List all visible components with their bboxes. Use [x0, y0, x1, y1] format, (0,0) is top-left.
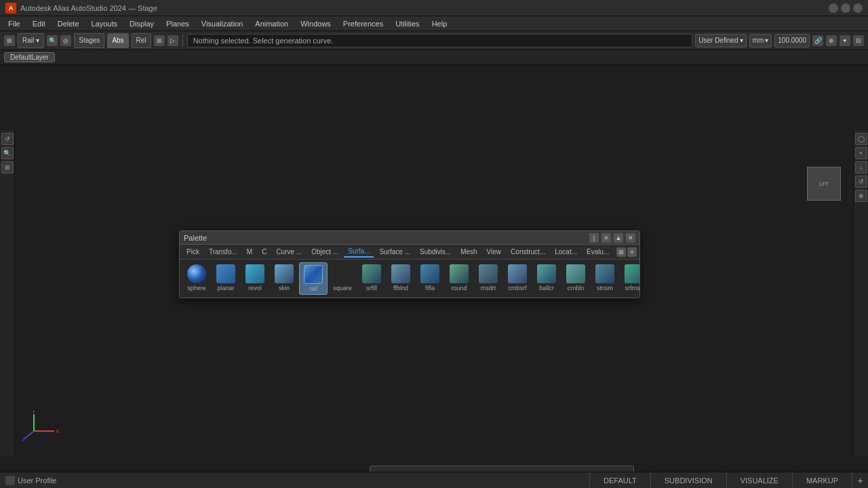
- pm-grid-btn[interactable]: ⊞: [616, 247, 626, 257]
- menu-help[interactable]: Help: [427, 18, 453, 29]
- grid-icon[interactable]: ⊞: [154, 35, 165, 46]
- axes-widget: X Y Z: [20, 411, 61, 445]
- crnbln-icon: [566, 264, 585, 283]
- palette-icon-sphere[interactable]: sphere: [182, 262, 211, 295]
- snap-icon[interactable]: ⊕: [826, 35, 837, 46]
- pm-object[interactable]: Object ...: [307, 247, 342, 257]
- palette-icon-srfill[interactable]: srfill: [357, 262, 386, 295]
- minimize-button[interactable]: —: [829, 3, 838, 13]
- link-icon[interactable]: 🔗: [812, 35, 823, 46]
- pm-transfo[interactable]: Transfo...: [205, 247, 241, 257]
- close-button[interactable]: ✕: [853, 3, 863, 13]
- palette-btn-1[interactable]: |: [589, 233, 599, 243]
- palette-icon-cmbsrf[interactable]: cmbsrf: [503, 262, 532, 295]
- menu-animation[interactable]: Animation: [250, 18, 294, 29]
- rt-btn-rotate[interactable]: ↺: [855, 176, 867, 188]
- rt-btn-extra[interactable]: ⊕: [855, 190, 867, 202]
- palette-icon-ballcr[interactable]: ballcr: [532, 262, 561, 295]
- palette-expand-btn[interactable]: ▲: [614, 233, 623, 243]
- palette-icon-rail[interactable]: rail: [299, 262, 328, 295]
- palette-icon-revol[interactable]: revol: [241, 262, 269, 295]
- ffblnd-label: ffblnd: [393, 285, 408, 291]
- lt-btn-2[interactable]: 🔍: [1, 147, 14, 159]
- palette-icon-crnbln[interactable]: crnbln: [561, 262, 590, 295]
- menu-edit[interactable]: Edit: [27, 18, 51, 29]
- pm-list-btn[interactable]: ≡: [627, 247, 637, 257]
- lt-btn-3[interactable]: ⊞: [1, 161, 14, 174]
- rail-button[interactable]: Rail ▾: [18, 33, 44, 48]
- pm-locat[interactable]: Locat...: [551, 247, 581, 257]
- value-input[interactable]: 100.0000: [774, 34, 810, 47]
- grid2-icon[interactable]: ⊟: [853, 35, 864, 46]
- layer-bar: DefaultLayer: [0, 50, 868, 65]
- menu-planes[interactable]: Planes: [161, 18, 195, 29]
- tab-visualize[interactable]: VISUALIZE: [726, 472, 792, 489]
- unit-dropdown[interactable]: mm▾: [749, 34, 772, 47]
- toolbar-search-icon[interactable]: 🔍: [47, 35, 58, 46]
- cmbsrf-label: cmbsrf: [509, 285, 527, 291]
- svg-text:Z: Z: [22, 436, 25, 443]
- fifla-label: fifla: [425, 285, 435, 291]
- pm-evalu[interactable]: Evalu...: [583, 247, 613, 257]
- menu-preferences[interactable]: Preferences: [338, 18, 389, 29]
- rt-btn-eye[interactable]: ◯: [855, 133, 867, 145]
- srfill-icon: [362, 264, 381, 283]
- pm-surfa[interactable]: Surfa...: [344, 246, 374, 258]
- tab-markup[interactable]: MARKUP: [792, 472, 852, 489]
- pm-view[interactable]: View: [483, 247, 506, 257]
- maximize-button[interactable]: □: [841, 3, 850, 13]
- palette-close-btn[interactable]: ✕: [626, 233, 635, 243]
- cube-widget[interactable]: LFT: [807, 167, 848, 207]
- pm-construct[interactable]: Construct...: [507, 247, 549, 257]
- rt-btn-down[interactable]: ↓: [855, 161, 867, 174]
- palette-icon-round[interactable]: round: [445, 262, 473, 295]
- pm-m[interactable]: M: [243, 247, 256, 257]
- stages-button[interactable]: Stages: [74, 33, 104, 48]
- pm-subdivis[interactable]: Subdivis...: [416, 247, 455, 257]
- menu-visualization[interactable]: Visualization: [196, 18, 249, 29]
- abs-button[interactable]: Abs: [107, 33, 128, 48]
- user-defined-dropdown[interactable]: User Defined▾: [695, 34, 746, 47]
- app-icon: A: [5, 3, 16, 14]
- stnsm-label: stnsm: [597, 285, 613, 291]
- lt-btn-1[interactable]: ↺: [1, 133, 14, 145]
- palette-icon-msdrt[interactable]: msdrt: [474, 262, 502, 295]
- tab-default[interactable]: DEFAULT: [589, 472, 650, 489]
- planar-label: planar: [217, 285, 234, 291]
- play-icon[interactable]: ▷: [167, 35, 178, 46]
- window-controls: — □ ✕: [829, 3, 863, 13]
- crnbln-label: crnbln: [568, 285, 585, 291]
- toolbar-stages-icon[interactable]: ◎: [60, 35, 71, 46]
- menu-file[interactable]: File: [3, 18, 26, 29]
- palette-icon-square[interactable]: square: [328, 262, 357, 295]
- menu-windows[interactable]: Windows: [295, 18, 336, 29]
- palette-icon-srfmsh[interactable]: srfmsh: [620, 262, 639, 295]
- rel-button[interactable]: Rel: [132, 33, 151, 48]
- menu-layouts[interactable]: Layouts: [86, 18, 123, 29]
- pm-curve[interactable]: Curve ...: [272, 247, 306, 257]
- pm-mesh[interactable]: Mesh: [456, 247, 481, 257]
- default-layer[interactable]: DefaultLayer: [4, 52, 55, 62]
- palette-icon-fifla[interactable]: fifla: [416, 262, 444, 295]
- menu-delete[interactable]: Delete: [52, 18, 85, 29]
- pm-surface[interactable]: Surface ...: [375, 247, 414, 257]
- menu-display[interactable]: Display: [124, 18, 159, 29]
- title-bar: A Autodesk Alias AutoStudio 2024 — Stage…: [0, 0, 868, 16]
- sphere-icon: [187, 264, 206, 283]
- palette-icon-planar[interactable]: planar: [212, 262, 240, 295]
- toolbar-rail-icon[interactable]: ⊞: [4, 35, 15, 46]
- palette-icon-ffblnd[interactable]: ffblnd: [387, 262, 415, 295]
- square-icon: [333, 264, 352, 283]
- palette-btn-2[interactable]: ≡: [601, 233, 611, 243]
- add-tab-button[interactable]: +: [852, 472, 868, 489]
- tab-subdivision[interactable]: SUBDIVISION: [650, 472, 726, 489]
- palette-icon-stnsm[interactable]: stnsm: [591, 262, 619, 295]
- palette-icon-skin[interactable]: skin: [270, 262, 298, 295]
- left-toolbar: ↺ 🔍 ⊞: [0, 130, 15, 455]
- magnet-icon[interactable]: ✦: [840, 35, 850, 46]
- pm-c[interactable]: C: [258, 247, 271, 257]
- rt-btn-zoom-in[interactable]: +: [855, 147, 867, 159]
- pm-pick[interactable]: Pick: [182, 247, 203, 257]
- menu-utilities[interactable]: Utilities: [390, 18, 425, 29]
- viewport: ↺ 🔍 ⊞ ◯ + ↓ ↺ ⊕ LFT X Y Z Palette | ≡: [0, 65, 868, 472]
